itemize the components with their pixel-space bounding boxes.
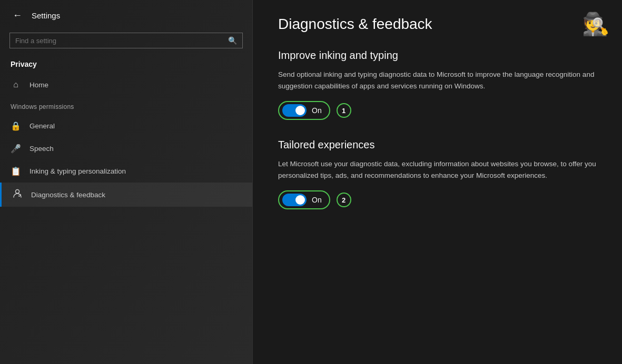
- tailored-toggle[interactable]: [282, 194, 307, 206]
- tailored-toggle-wrapper[interactable]: On: [278, 190, 330, 209]
- sidebar-item-general[interactable]: 🔒 General: [0, 115, 252, 137]
- person-icon: [12, 189, 23, 200]
- sidebar-item-inking-label: Inking & typing personalization: [29, 167, 126, 175]
- privacy-label: Privacy: [0, 57, 252, 74]
- inking-toggle-wrapper[interactable]: On: [278, 101, 330, 120]
- main-content: 🕵 Diagnostics & feedback Improve inking …: [253, 0, 622, 364]
- section-tailored-description: Let Microsoft use your diagnostic data, …: [278, 158, 597, 181]
- section2-badge: 2: [337, 193, 351, 207]
- section-tailored-toggle-row: On 2: [278, 190, 597, 209]
- section-inking-description: Send optional inking and typing diagnost…: [278, 69, 597, 92]
- section-inking-heading: Improve inking and typing: [278, 49, 597, 62]
- sidebar: ← Settings 🔍 Privacy ⌂ Home Windows perm…: [0, 0, 253, 364]
- search-input[interactable]: [15, 37, 224, 45]
- section-inking-toggle-row: On 1: [278, 101, 597, 120]
- section1-badge: 1: [337, 103, 351, 118]
- lock-icon: 🔒: [11, 121, 21, 131]
- sidebar-item-home[interactable]: ⌂ Home: [0, 74, 252, 96]
- section-tailored: Tailored experiences Let Microsoft use y…: [278, 139, 597, 209]
- inking-toggle[interactable]: [282, 104, 307, 117]
- avatar: 🕵: [582, 11, 609, 38]
- sidebar-item-general-label: General: [29, 122, 55, 130]
- windows-permissions-label: Windows permissions: [0, 96, 252, 115]
- sidebar-item-diagnostics-label: Diagnostics & feedback: [31, 191, 105, 199]
- section-inking: Improve inking and typing Send optional …: [278, 49, 597, 120]
- sidebar-item-diagnostics[interactable]: Diagnostics & feedback: [0, 183, 252, 207]
- search-icon: 🔍: [228, 36, 237, 45]
- microphone-icon: 🎤: [11, 144, 21, 154]
- section-tailored-heading: Tailored experiences: [278, 139, 597, 151]
- sidebar-header: ← Settings: [0, 0, 252, 31]
- page-title: Diagnostics & feedback: [278, 16, 597, 33]
- svg-point-0: [16, 190, 19, 194]
- search-box[interactable]: 🔍: [9, 33, 243, 48]
- clipboard-icon: 📋: [11, 166, 21, 176]
- settings-title: Settings: [32, 11, 60, 20]
- sidebar-item-home-label: Home: [29, 81, 48, 89]
- back-button[interactable]: ←: [11, 9, 24, 21]
- sidebar-item-inking[interactable]: 📋 Inking & typing personalization: [0, 160, 252, 183]
- tailored-toggle-label: On: [312, 196, 322, 204]
- sidebar-item-speech-label: Speech: [29, 145, 54, 153]
- inking-toggle-label: On: [312, 106, 322, 115]
- avatar-emoji: 🕵: [582, 11, 609, 38]
- home-icon: ⌂: [11, 80, 21, 89]
- sidebar-item-speech[interactable]: 🎤 Speech: [0, 137, 252, 160]
